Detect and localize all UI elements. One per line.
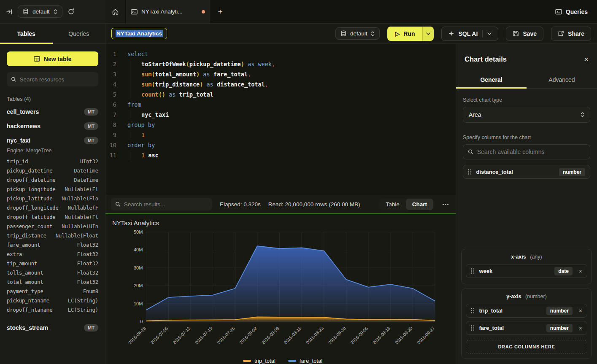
- run-button-group: ▷ Run: [387, 27, 434, 41]
- panel-tab-general[interactable]: General: [456, 71, 527, 88]
- queries-button[interactable]: Queries: [546, 0, 597, 23]
- table-list-item[interactable]: stocks_streamMT: [0, 321, 105, 335]
- code-row: 10order by: [105, 140, 456, 150]
- column-type-badge: date: [554, 267, 573, 275]
- queries-label: Queries: [566, 8, 588, 15]
- column-type: Nullable(F: [68, 204, 98, 212]
- run-options-caret[interactable]: [422, 27, 434, 41]
- table-name: nyc_taxi: [7, 137, 30, 144]
- sidebar-tab-tables[interactable]: Tables: [0, 24, 53, 43]
- table-list-item[interactable]: nyc_taxiMT: [0, 133, 105, 148]
- panel-tab-advanced[interactable]: Advanced: [527, 71, 597, 88]
- new-table-button[interactable]: New table: [7, 51, 98, 66]
- database-selector[interactable]: default: [18, 5, 62, 18]
- table-list-item[interactable]: cell_towersMT: [0, 105, 105, 119]
- column-name: trip_id: [7, 157, 28, 166]
- line-number: 6: [105, 100, 122, 110]
- columns-search-input[interactable]: [477, 149, 585, 155]
- svg-text:0: 0: [140, 319, 143, 324]
- drag-handle-icon[interactable]: [471, 325, 475, 331]
- close-icon[interactable]: ×: [584, 55, 589, 63]
- column-row: dropoff_datetimeDateTime: [0, 175, 105, 185]
- home-tab[interactable]: [105, 0, 126, 23]
- chart-type-select[interactable]: Area: [463, 107, 590, 123]
- sidebar-search[interactable]: [7, 72, 98, 86]
- column-type: Float32: [77, 259, 98, 268]
- legend-item-fare_total[interactable]: fare_total: [288, 358, 322, 364]
- new-tab-button[interactable]: +: [210, 0, 230, 23]
- results-search[interactable]: [111, 198, 212, 210]
- line-number: 11: [105, 150, 122, 160]
- columns-search[interactable]: [463, 144, 590, 159]
- x-axis-box: x-axis (any) weekdate×: [461, 249, 592, 284]
- save-icon: [513, 30, 519, 37]
- read-stat: Read: 20,000,000 rows (260.00 MB): [268, 201, 360, 208]
- sql-editor[interactable]: 1select2toStartOfWeek(pickup_datetime) a…: [105, 44, 456, 195]
- sidebar-tab-queries[interactable]: Queries: [53, 24, 105, 43]
- more-options-icon[interactable]: [441, 201, 450, 208]
- query-title-input[interactable]: NYTaxi Analytics: [111, 28, 167, 39]
- collapse-sidebar-icon[interactable]: [6, 8, 13, 15]
- code-row: 4sum(trip_distance) as distance_total,: [105, 79, 456, 89]
- column-type-badge: number: [546, 324, 573, 332]
- table-list-item[interactable]: hackernewsMT: [0, 119, 105, 133]
- view-toggle-chart[interactable]: Chart: [406, 199, 433, 210]
- search-icon: [115, 201, 121, 207]
- results-search-input[interactable]: [124, 201, 208, 208]
- drag-handle-icon[interactable]: [468, 169, 472, 175]
- column-row: extraFloat32: [0, 250, 105, 259]
- line-number: 9: [105, 130, 122, 140]
- column-chip-week[interactable]: weekdate×: [466, 264, 587, 278]
- drop-zone[interactable]: DRAG COLUMNS HERE: [466, 340, 587, 353]
- line-number: 4: [105, 79, 122, 89]
- remove-column-icon[interactable]: ×: [579, 307, 582, 314]
- column-name: dropoff_ntaname: [7, 306, 52, 314]
- share-button[interactable]: Share: [551, 27, 591, 41]
- share-icon: [558, 30, 564, 37]
- chevron-down-icon: [487, 32, 492, 35]
- column-type: Enum8: [83, 287, 98, 296]
- column-row: passenger_countNullable(UIn: [0, 222, 105, 231]
- x-axis-label: 2015-07-05: [149, 325, 169, 345]
- column-chip-fare_total[interactable]: fare_totalnumber×: [466, 321, 587, 335]
- line-number: 10: [105, 140, 122, 150]
- chevron-updown-icon: [581, 112, 584, 118]
- column-row: trip_idUInt32: [0, 157, 105, 166]
- column-chip-name: distance_total: [476, 169, 513, 175]
- view-toggle-table[interactable]: Table: [379, 199, 405, 210]
- column-chip-trip_total[interactable]: trip_totalnumber×: [466, 304, 587, 318]
- x-axis-title: x-axis: [511, 254, 526, 260]
- line-number: 1: [105, 49, 122, 59]
- legend-item-trip_total[interactable]: trip_total: [243, 358, 276, 364]
- column-chip-distance_total[interactable]: distance_totalnumber: [463, 165, 590, 179]
- column-row: dropoff_ntanameLC(String): [0, 305, 105, 315]
- area-chart[interactable]: 010M20M30M40M50M2015-06-282015-07-052015…: [111, 228, 459, 358]
- app-root: default NYTaxi Analyti... + Queries: [0, 0, 597, 364]
- query-title-value: NYTaxi Analytics: [116, 30, 163, 37]
- drag-handle-icon[interactable]: [471, 308, 475, 313]
- refresh-icon[interactable]: [68, 8, 75, 15]
- column-name: extra: [7, 250, 22, 259]
- sparkle-icon: [448, 30, 454, 37]
- x-axis-label: 2015-09-27: [416, 325, 436, 345]
- chart-type-value: Area: [469, 111, 481, 118]
- remove-column-icon[interactable]: ×: [579, 268, 582, 275]
- run-button[interactable]: ▷ Run: [387, 27, 422, 41]
- sql-ai-button[interactable]: SQL AI: [441, 27, 498, 41]
- column-name: dropoff_datetime: [7, 176, 56, 184]
- column-type: LC(String): [68, 297, 98, 305]
- code-row: 8group by: [105, 120, 456, 130]
- tab-nytaxi-analytics[interactable]: NYTaxi Analyti...: [126, 0, 210, 23]
- plus-icon: +: [218, 7, 222, 16]
- search-icon: [11, 76, 16, 82]
- remove-column-icon[interactable]: ×: [579, 325, 582, 332]
- table-engine-label: Engine: MergeTree: [0, 148, 105, 157]
- query-database-selector[interactable]: default: [335, 27, 380, 40]
- chevron-updown-icon: [371, 31, 375, 37]
- code-line: toStartOfWeek(pickup_datetime) as week,: [122, 59, 456, 69]
- sidebar-search-input[interactable]: [20, 76, 94, 83]
- save-button[interactable]: Save: [506, 27, 543, 41]
- drag-handle-icon[interactable]: [471, 268, 475, 274]
- x-axis-hint: (any): [530, 254, 542, 260]
- panel-title: Chart details: [465, 55, 507, 63]
